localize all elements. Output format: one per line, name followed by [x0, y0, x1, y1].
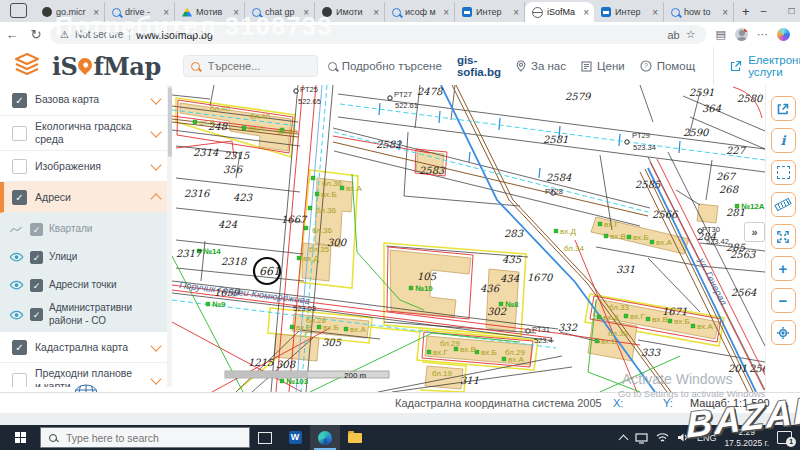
isofmap-logo[interactable]: iSfMap — [52, 52, 161, 81]
maximize-button[interactable]: □ — [778, 0, 800, 22]
speaker-icon[interactable] — [677, 432, 689, 443]
nav-prices[interactable]: Цени — [581, 60, 625, 72]
layers-icon[interactable] — [14, 53, 40, 79]
locate-button[interactable] — [771, 320, 796, 345]
sublayer-checkbox[interactable]: ✓ — [30, 251, 43, 264]
map-label: 2566 — [652, 209, 679, 220]
full-extent-button[interactable] — [771, 224, 796, 249]
taskbar-search-input[interactable] — [64, 431, 218, 445]
layer-item[interactable]: Изображения — [0, 151, 172, 182]
eye-icon[interactable] — [8, 252, 24, 262]
browser-tab[interactable]: chat gp× — [245, 2, 315, 22]
map-search-box[interactable] — [183, 55, 318, 77]
zoom-in-button[interactable]: + — [771, 256, 796, 281]
refresh-icon[interactable]: ↻ — [24, 27, 48, 42]
copilot-icon[interactable] — [777, 28, 790, 41]
sublayer-checkbox[interactable]: ✓ — [30, 279, 43, 292]
tab-close-icon[interactable]: × — [373, 7, 379, 18]
taskbar-clock[interactable]: 2:29 17.5.2025 г. — [724, 427, 769, 447]
tab-close-icon[interactable]: × — [722, 7, 728, 18]
share-button[interactable] — [771, 96, 796, 121]
collections-icon[interactable]: ▤ — [716, 28, 726, 41]
browser-tab[interactable]: how to× — [664, 2, 734, 22]
eye-icon[interactable] — [8, 310, 24, 320]
taskbar-search[interactable] — [40, 427, 250, 448]
map-canvas[interactable]: 2482314231535623164234242317231816591667… — [172, 85, 765, 392]
select-area-button[interactable] — [771, 160, 796, 185]
nav-detailed-search[interactable]: Подробно търсене — [328, 60, 442, 72]
sublayer-item[interactable]: ✓Адресни точки — [0, 271, 172, 299]
browser-tab[interactable]: Имоти× — [315, 2, 385, 22]
browser-tab[interactable]: Мотив× — [175, 2, 245, 22]
browser-tab[interactable]: исоф м× — [385, 2, 455, 22]
chevron-up-icon[interactable] — [150, 193, 161, 204]
tab-close-icon[interactable]: × — [652, 7, 658, 18]
panel-collapse-button[interactable]: » — [744, 222, 765, 242]
statusbar-expand-icon[interactable] — [776, 400, 789, 413]
tab-close-icon[interactable]: × — [303, 7, 309, 18]
polyline-icon[interactable] — [8, 225, 24, 234]
browser-tab[interactable]: drive -× — [105, 2, 175, 22]
language-indicator[interactable]: ENG — [697, 433, 717, 443]
explorer-taskbar-icon[interactable] — [340, 425, 370, 450]
layer-item[interactable]: ✓Базова карта — [0, 85, 172, 116]
nav-gis-sofia-link[interactable]: gis-sofia.bg — [457, 54, 501, 78]
favorite-star-icon[interactable]: ☆ — [686, 28, 696, 41]
word-taskbar-icon[interactable]: W — [280, 425, 310, 450]
sublayer-item[interactable]: ✓Административни райони - СО — [0, 299, 172, 330]
edge-taskbar-icon[interactable] — [310, 425, 340, 450]
layer-item[interactable]: ✓Адреси — [0, 182, 172, 213]
back-icon[interactable]: ← — [0, 27, 24, 42]
task-view-button[interactable] — [250, 425, 280, 450]
tab-close-icon[interactable]: × — [443, 7, 449, 18]
more-menu-icon[interactable]: ⋯ — [757, 28, 768, 41]
sublayer-checkbox[interactable]: ✓ — [30, 223, 43, 236]
network-icon[interactable] — [635, 432, 648, 444]
map-viewport[interactable]: 2482314231535623164234242317231816591667… — [172, 85, 765, 392]
nav-eservices[interactable]: Електронни услуги — [713, 47, 800, 85]
tab-menu-icon[interactable] — [10, 3, 27, 18]
browser-tab[interactable]: Интер× — [594, 2, 664, 22]
browser-tab[interactable]: iSofMa× — [525, 2, 594, 22]
new-tab-button[interactable]: + — [742, 4, 750, 19]
layer-checkbox[interactable]: ✓ — [12, 93, 27, 108]
sublayer-item[interactable]: ✓Квартали — [0, 215, 172, 243]
translate-icon[interactable]: ab — [667, 29, 679, 41]
screen: { "watermarks": { "user_overlay": "Потре… — [0, 0, 800, 450]
layer-checkbox[interactable]: ✓ — [12, 340, 27, 355]
wifi-icon[interactable] — [656, 432, 669, 443]
sublayer-item[interactable]: ✓Улици — [0, 243, 172, 271]
tab-close-icon[interactable]: × — [583, 7, 589, 18]
start-button[interactable] — [0, 425, 40, 450]
profile-avatar[interactable] — [735, 28, 748, 41]
eye-icon[interactable] — [8, 280, 24, 290]
layer-item[interactable]: Екологична градска среда — [0, 116, 172, 151]
search-input[interactable] — [206, 59, 310, 73]
layer-checkbox[interactable]: ✓ — [12, 190, 27, 205]
chevron-down-icon[interactable] — [150, 341, 161, 352]
url-field[interactable]: ⚠ Not secure www.isofmap.bg ab ☆ — [50, 25, 706, 44]
chevron-down-icon[interactable] — [150, 93, 161, 104]
zoom-out-button[interactable]: − — [771, 288, 796, 313]
browser-tab[interactable]: Интер× — [455, 2, 525, 22]
sublayer-checkbox[interactable]: ✓ — [30, 308, 43, 321]
layer-checkbox[interactable] — [12, 159, 27, 174]
chevron-down-icon[interactable] — [150, 126, 161, 137]
tab-close-icon[interactable]: × — [93, 7, 99, 18]
tab-close-icon[interactable]: × — [233, 7, 239, 18]
tab-close-icon[interactable]: × — [513, 7, 519, 18]
tab-close-icon[interactable]: × — [163, 7, 169, 18]
browser-toolbar-icons: ▤ ⋯ — [716, 28, 790, 41]
layer-checkbox[interactable] — [12, 126, 27, 141]
minimize-button[interactable]: – — [750, 0, 778, 22]
chevron-down-icon[interactable] — [150, 160, 161, 171]
layer-item[interactable]: ✓Кадастрална карта — [0, 332, 172, 363]
tray-expand-icon[interactable] — [618, 434, 628, 444]
measure-button[interactable] — [771, 192, 796, 217]
browser-tab[interactable]: go.micr× — [35, 2, 105, 22]
map-label: ул. Генерал — [696, 255, 730, 307]
nav-about[interactable]: За нас — [516, 60, 566, 72]
notification-icon[interactable]: 1 — [777, 431, 792, 444]
nav-help[interactable]: ?Помощ — [640, 60, 695, 72]
info-button[interactable]: i — [771, 128, 796, 153]
